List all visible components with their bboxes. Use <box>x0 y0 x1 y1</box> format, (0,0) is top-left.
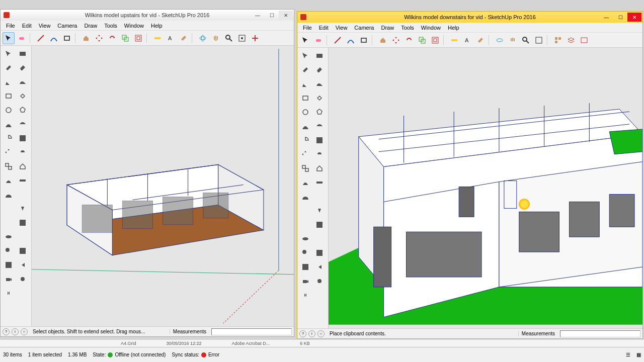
circle-tool[interactable] <box>298 105 312 119</box>
maximize-button[interactable]: ☐ <box>613 13 627 22</box>
info-icon[interactable]: i <box>12 328 19 335</box>
circle-tool[interactable] <box>2 103 15 117</box>
text-tool[interactable]: A <box>461 34 473 46</box>
walk-tool[interactable] <box>2 286 15 300</box>
rotated-rect-tool[interactable] <box>312 91 326 105</box>
eraser-tool[interactable] <box>312 63 326 76</box>
move-tool[interactable] <box>298 147 312 161</box>
menu-draw[interactable]: Draw <box>80 22 101 30</box>
minimize-button[interactable]: — <box>251 11 265 20</box>
pan-tool[interactable] <box>312 232 326 245</box>
eraser-tool[interactable] <box>16 32 28 44</box>
look-around-tool[interactable] <box>312 274 326 288</box>
tape-tool[interactable] <box>312 175 326 189</box>
pan-tool[interactable] <box>16 230 29 243</box>
menu-view[interactable]: View <box>332 24 351 32</box>
measurements-input[interactable] <box>211 328 292 335</box>
text-tool[interactable]: A <box>165 32 177 44</box>
2pt-arc-tool[interactable] <box>16 117 29 131</box>
scale-tool[interactable] <box>2 159 15 173</box>
pie-tool[interactable] <box>2 131 15 145</box>
polygon-tool[interactable] <box>16 103 29 117</box>
paint-tool[interactable] <box>178 32 190 44</box>
select-tool[interactable] <box>2 47 15 60</box>
menu-file[interactable]: File <box>3 22 19 30</box>
rotated-rect-tool[interactable] <box>16 89 29 103</box>
menu-help[interactable]: Help <box>444 24 463 32</box>
arc-tool[interactable] <box>298 119 312 133</box>
axes-tool[interactable] <box>2 216 15 229</box>
pencil-tool[interactable] <box>2 75 15 88</box>
measurements-input[interactable] <box>560 330 640 337</box>
orbit-tool[interactable] <box>2 230 15 243</box>
viewport[interactable] <box>329 48 642 328</box>
pan-tool[interactable] <box>210 32 222 44</box>
make-component-tool[interactable] <box>312 49 326 62</box>
rectangle-tool[interactable] <box>358 34 370 46</box>
orbit-tool[interactable] <box>298 232 312 245</box>
paint-tool[interactable] <box>2 61 15 74</box>
text-tool[interactable] <box>2 202 15 215</box>
dimension-tool[interactable] <box>312 190 326 203</box>
rotate-tool[interactable] <box>106 32 118 44</box>
position-camera-tool[interactable] <box>298 274 312 288</box>
push-pull-tool[interactable] <box>312 161 326 175</box>
zoom-extents-tool[interactable] <box>236 32 248 44</box>
minimize-button[interactable]: — <box>599 13 613 22</box>
offset-tool[interactable] <box>16 131 29 145</box>
freehand-tool[interactable] <box>312 77 326 90</box>
select-tool[interactable] <box>299 34 311 46</box>
push-pull-tool[interactable] <box>80 32 92 44</box>
components-tool[interactable] <box>552 34 564 46</box>
zoom-window-tool[interactable] <box>16 244 29 257</box>
pie-tool[interactable] <box>298 133 312 147</box>
viewport[interactable] <box>32 46 294 326</box>
select-tool[interactable] <box>298 49 312 62</box>
menu-help[interactable]: Help <box>147 22 166 30</box>
prev-view-tool[interactable] <box>312 260 326 274</box>
line-tool[interactable] <box>35 32 47 44</box>
pencil-tool[interactable] <box>298 77 312 90</box>
menu-file[interactable]: File <box>299 24 315 32</box>
menu-edit[interactable]: Edit <box>315 24 332 32</box>
freehand-tool[interactable] <box>16 75 29 88</box>
axes-tool[interactable] <box>298 218 312 231</box>
titlebar[interactable]: Wilkins model downstairs for vid - Sketc… <box>297 12 642 23</box>
info-icon[interactable]: i <box>308 330 315 337</box>
zoom-window-tool[interactable] <box>312 246 326 259</box>
help-icon[interactable]: ? <box>3 328 10 335</box>
rectangle-tool[interactable] <box>2 89 15 103</box>
rotate-tool[interactable] <box>312 147 326 161</box>
view-tiles-icon[interactable]: ▦ <box>636 352 641 357</box>
offset-tool[interactable] <box>132 32 144 44</box>
orbit-tool[interactable] <box>494 34 506 46</box>
dimension-tool[interactable] <box>16 188 29 201</box>
arc-tool[interactable] <box>48 32 60 44</box>
section-tool[interactable] <box>16 216 29 229</box>
view-details-icon[interactable]: ☰ <box>626 352 630 357</box>
text-tool[interactable] <box>298 204 312 217</box>
section-tool[interactable] <box>312 218 326 231</box>
close-button[interactable]: ✕ <box>279 11 293 20</box>
move-tool[interactable] <box>390 34 402 46</box>
eraser-tool[interactable] <box>16 61 29 74</box>
offset-tool[interactable] <box>312 133 326 147</box>
3d-text-tool[interactable] <box>312 204 326 217</box>
geo-icon[interactable]: ○ <box>317 330 325 337</box>
pan-tool[interactable] <box>507 34 519 46</box>
move-tool[interactable] <box>93 32 105 44</box>
arc-tool[interactable] <box>2 117 15 131</box>
2pt-arc-tool[interactable] <box>312 119 326 133</box>
zoom-tool[interactable] <box>2 244 15 257</box>
tape-tool[interactable] <box>16 173 29 187</box>
protractor-tool[interactable] <box>298 190 312 203</box>
orbit-tool[interactable] <box>197 32 209 44</box>
geo-icon[interactable]: ○ <box>21 328 28 335</box>
look-around-tool[interactable] <box>16 272 29 286</box>
maximize-button[interactable]: ☐ <box>265 11 279 20</box>
arc-tool[interactable] <box>345 34 357 46</box>
menu-window[interactable]: Window <box>418 24 444 32</box>
section-tool[interactable] <box>249 32 261 44</box>
zoom-extents-tool[interactable] <box>2 258 15 272</box>
offset-tool[interactable] <box>429 34 441 46</box>
